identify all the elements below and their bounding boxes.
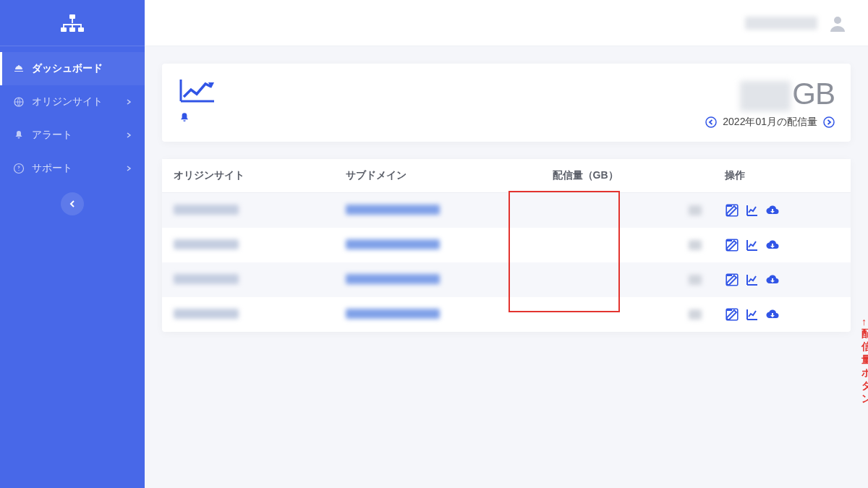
nav-origin-site[interactable]: オリジンサイト — [0, 85, 145, 119]
col-volume: 配信量（GB） — [541, 159, 713, 193]
period-nav: 2022年01月の配信量 — [705, 116, 835, 129]
edit-icon[interactable] — [725, 307, 739, 322]
nav-label: オリジンサイト — [32, 95, 126, 108]
chevron-right-icon — [126, 166, 132, 171]
chart-icon[interactable] — [745, 273, 760, 287]
svg-rect-3 — [78, 27, 84, 32]
svg-rect-0 — [69, 14, 75, 19]
question-icon — [13, 163, 25, 174]
user-name — [745, 17, 817, 30]
cloud-download-icon[interactable] — [765, 307, 780, 322]
col-actions: 操作 — [713, 159, 851, 193]
svg-point-8 — [824, 117, 834, 127]
prev-period-button[interactable] — [705, 116, 717, 128]
chart-icon[interactable] — [745, 307, 760, 322]
volume-unit: GB — [792, 77, 835, 111]
globe-icon — [13, 96, 25, 108]
summary-card: GB 2022年01月の配信量 — [162, 64, 851, 142]
table-row — [162, 262, 851, 297]
nav-dashboard[interactable]: ダッシュボード — [0, 52, 145, 85]
chart-line-icon — [178, 77, 217, 106]
svg-point-6 — [834, 17, 841, 24]
col-origin: オリジンサイト — [162, 159, 334, 193]
sidebar: ダッシュボード オリジンサイト アラート サポート — [0, 0, 145, 488]
sites-table: オリジンサイト サブドメイン 配信量（GB） 操作 — [162, 159, 851, 332]
chart-icon[interactable] — [745, 238, 760, 252]
period-label: 2022年01月の配信量 — [723, 116, 817, 129]
nav-label: アラート — [32, 129, 126, 142]
total-volume: GB 2022年01月の配信量 — [705, 77, 835, 129]
main-content: GB 2022年01月の配信量 オリジンサイト サブドメイン 配信量（GB） 操… — [145, 46, 868, 488]
chart-icon[interactable] — [745, 203, 760, 218]
cloud-download-icon[interactable] — [765, 238, 780, 252]
nav-label: サポート — [32, 162, 126, 175]
nav-label: ダッシュボード — [32, 62, 132, 75]
table-row — [162, 228, 851, 262]
edit-icon[interactable] — [725, 203, 739, 218]
col-subdomain: サブドメイン — [334, 159, 541, 193]
dashboard-icon — [13, 63, 25, 74]
bell-icon[interactable] — [178, 111, 191, 124]
chevron-right-icon — [126, 99, 132, 105]
nav-support[interactable]: サポート — [0, 152, 145, 185]
cloud-download-icon[interactable] — [765, 273, 780, 287]
next-period-button[interactable] — [823, 116, 835, 128]
chevron-left-icon — [69, 200, 75, 207]
table-row — [162, 193, 851, 228]
topbar — [145, 0, 868, 46]
bell-icon — [13, 129, 25, 141]
cloud-download-icon[interactable] — [765, 203, 780, 218]
sites-table-card: オリジンサイト サブドメイン 配信量（GB） 操作 — [162, 159, 851, 332]
sitemap-icon — [59, 14, 85, 32]
table-row — [162, 297, 851, 332]
avatar-icon[interactable] — [827, 13, 848, 33]
svg-rect-2 — [69, 27, 75, 32]
svg-rect-1 — [61, 27, 67, 32]
logo[interactable] — [0, 0, 145, 46]
nav-alert[interactable]: アラート — [0, 119, 145, 152]
chevron-right-icon — [126, 132, 132, 138]
annotation-label: ↑ 配信量ボタン — [861, 316, 868, 406]
edit-icon[interactable] — [725, 238, 739, 252]
svg-point-7 — [706, 117, 716, 127]
nav: ダッシュボード オリジンサイト アラート サポート — [0, 46, 145, 215]
edit-icon[interactable] — [725, 273, 739, 287]
collapse-sidebar-button[interactable] — [61, 192, 84, 215]
